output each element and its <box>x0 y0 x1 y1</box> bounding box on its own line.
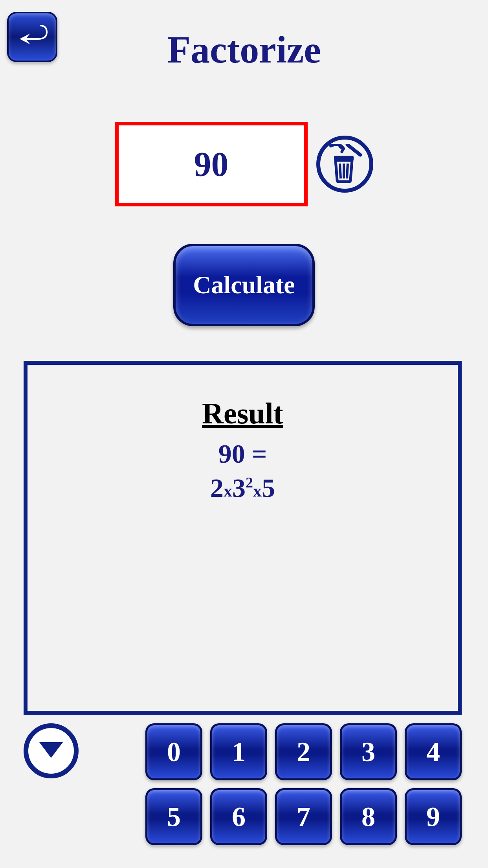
input-row: 90 <box>0 122 488 206</box>
clear-button[interactable] <box>316 136 373 193</box>
number-input[interactable]: 90 <box>115 122 308 206</box>
trash-icon <box>327 144 362 185</box>
svg-line-2 <box>340 164 341 178</box>
chevron-down-icon <box>37 738 65 763</box>
key-5[interactable]: 5 <box>145 788 202 845</box>
key-0[interactable]: 0 <box>145 723 202 780</box>
collapse-keypad-button[interactable] <box>24 723 79 778</box>
result-equation: 90 = <box>28 438 458 469</box>
key-1[interactable]: 1 <box>210 723 267 780</box>
keypad-row-1: 0 1 2 3 4 <box>24 723 462 780</box>
svg-line-4 <box>347 164 348 178</box>
calculate-button[interactable]: Calculate <box>173 244 315 326</box>
result-factors: 2x32x5 <box>28 473 458 504</box>
page-title: Factorize <box>0 28 488 72</box>
keypad: 0 1 2 3 4 5 6 7 8 9 <box>24 723 462 853</box>
key-6[interactable]: 6 <box>210 788 267 845</box>
result-heading: Result <box>28 396 458 430</box>
result-panel: Result 90 = 2x32x5 <box>24 361 462 715</box>
key-7[interactable]: 7 <box>275 788 332 845</box>
key-4[interactable]: 4 <box>405 723 462 780</box>
key-3[interactable]: 3 <box>340 723 397 780</box>
key-8[interactable]: 8 <box>340 788 397 845</box>
svg-line-0 <box>347 145 360 155</box>
key-2[interactable]: 2 <box>275 723 332 780</box>
keypad-row-2: 5 6 7 8 9 <box>24 788 462 845</box>
key-9[interactable]: 9 <box>405 788 462 845</box>
